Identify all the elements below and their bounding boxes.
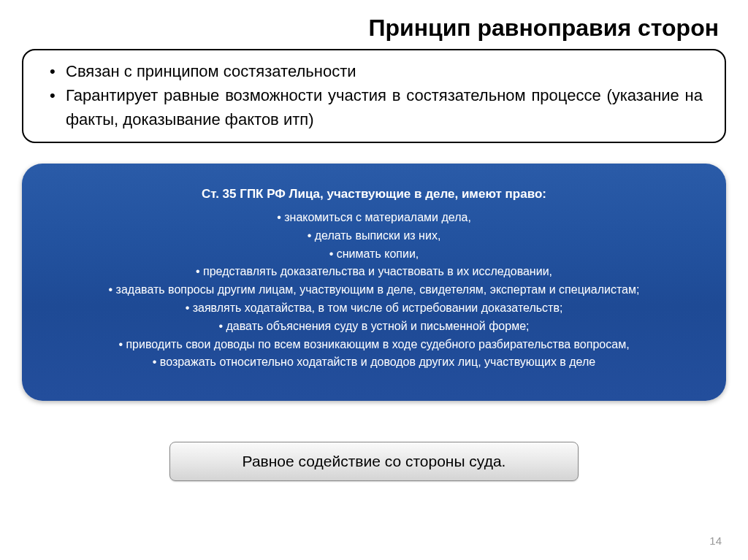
slide-title: Принцип равноправия сторон (22, 15, 726, 42)
top-box: Связан с принципом состязательности Гара… (22, 49, 726, 143)
blue-item-0: знакомиться с материалами дела, (37, 209, 711, 227)
footer-box: Равное содействие со стороны суда. (169, 442, 579, 481)
blue-item-5: заявлять ходатайства, в том числе об ист… (37, 299, 711, 318)
blue-item-8: возражать относительно ходатайств и дово… (37, 353, 711, 372)
blue-item-3: представлять доказательства и участвоват… (37, 263, 711, 281)
top-item-0: Связан с принципом состязательности (45, 59, 703, 83)
blue-list: знакомиться с материалами дела, делать в… (37, 209, 711, 372)
blue-item-4: задавать вопросы другим лицам, участвующ… (37, 281, 711, 299)
page-number: 14 (709, 534, 722, 547)
slide: Принцип равноправия сторон Связан с прин… (0, 0, 748, 560)
blue-item-7: приводить свои доводы по всем возникающи… (37, 336, 711, 354)
top-item-1: Гарантирует равные возможности участия в… (45, 83, 703, 131)
top-list: Связан с принципом состязательности Гара… (45, 59, 703, 131)
blue-box: Ст. 35 ГПК РФ Лица, участвующие в деле, … (22, 164, 726, 401)
blue-item-2: снимать копии, (37, 245, 711, 264)
blue-heading: Ст. 35 ГПК РФ Лица, участвующие в деле, … (37, 187, 711, 202)
blue-item-6: давать объяснения суду в устной и письме… (37, 318, 711, 336)
blue-item-1: делать выписки из них, (37, 227, 711, 245)
